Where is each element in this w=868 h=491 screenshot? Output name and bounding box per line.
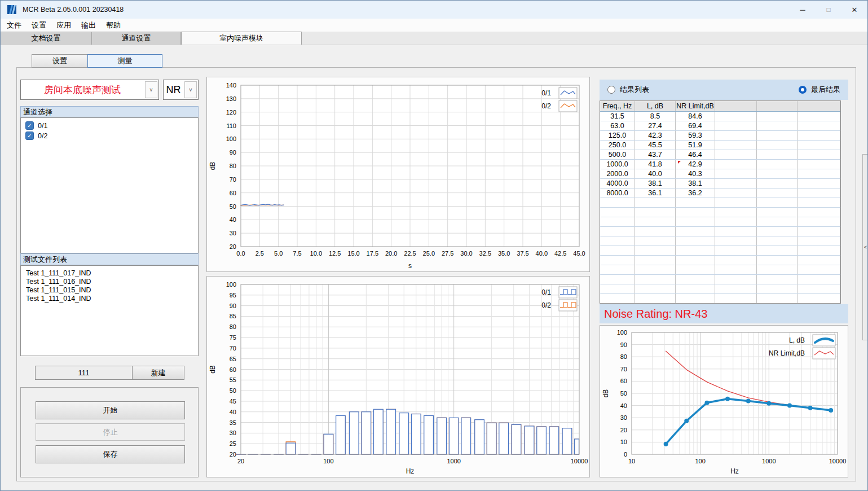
menu-item[interactable]: 文件 bbox=[2, 20, 27, 30]
table-cell: 63.0 bbox=[600, 121, 635, 130]
table-header-cell bbox=[797, 101, 840, 111]
menu-item[interactable]: 应用 bbox=[51, 20, 76, 30]
start-button[interactable]: 开始 bbox=[36, 401, 185, 419]
radio-on-icon[interactable] bbox=[799, 86, 807, 94]
table-row[interactable] bbox=[600, 284, 840, 294]
table-cell: 8.5 bbox=[635, 112, 676, 121]
table-cell bbox=[757, 150, 797, 159]
menu-bar: 文件设置应用输出帮助 bbox=[1, 19, 867, 32]
table-row[interactable]: 125.042.359.3 bbox=[600, 131, 840, 141]
table-cell bbox=[600, 256, 635, 265]
table-cell bbox=[676, 227, 715, 236]
menu-item[interactable]: 帮助 bbox=[101, 20, 126, 30]
table-row[interactable]: 63.027.469.4 bbox=[600, 121, 840, 131]
radio-off-icon[interactable] bbox=[607, 86, 615, 94]
table-cell bbox=[715, 256, 757, 265]
table-cell bbox=[635, 256, 676, 265]
last-result-radio[interactable]: 最后结果 bbox=[799, 85, 840, 95]
chevron-down-icon[interactable]: ˅ bbox=[184, 81, 197, 98]
test-type-select[interactable]: 房间本底噪声测试 ˅ bbox=[20, 80, 159, 100]
file-item[interactable]: Test 1_111_014_IND bbox=[21, 295, 198, 303]
svg-text:2.5: 2.5 bbox=[255, 250, 264, 257]
chevron-down-icon[interactable]: ˅ bbox=[145, 81, 157, 98]
svg-text:10.0: 10.0 bbox=[310, 250, 322, 257]
svg-text:0.0: 0.0 bbox=[236, 250, 245, 257]
table-cell bbox=[635, 208, 676, 217]
svg-text:30: 30 bbox=[230, 230, 236, 236]
svg-text:25.0: 25.0 bbox=[423, 250, 435, 257]
table-row[interactable] bbox=[600, 217, 840, 227]
table-row[interactable] bbox=[600, 265, 840, 275]
table-cell bbox=[715, 121, 757, 130]
svg-text:15.0: 15.0 bbox=[347, 250, 359, 257]
table-row[interactable]: 250.045.551.9 bbox=[600, 141, 840, 150]
main-tab[interactable]: 文档设置 bbox=[1, 32, 92, 45]
svg-text:140: 140 bbox=[226, 82, 236, 89]
rating-type-select[interactable]: NR ˅ bbox=[163, 80, 199, 100]
table-row[interactable] bbox=[600, 208, 840, 217]
svg-text:20: 20 bbox=[230, 451, 236, 458]
table-row[interactable] bbox=[600, 198, 840, 208]
channel-item[interactable]: ✓0/1 bbox=[21, 121, 198, 131]
file-name-input[interactable] bbox=[35, 366, 133, 380]
svg-text:20: 20 bbox=[230, 243, 236, 250]
table-cell: 41.8 bbox=[635, 160, 676, 169]
svg-text:37.5: 37.5 bbox=[517, 250, 528, 257]
table-cell bbox=[715, 169, 757, 178]
table-cell bbox=[757, 179, 797, 188]
checkbox-checked-icon[interactable]: ✓ bbox=[25, 131, 34, 140]
table-header-cell bbox=[715, 101, 757, 111]
main-tab[interactable]: 室内噪声模块 bbox=[181, 32, 302, 45]
checkbox-checked-icon[interactable]: ✓ bbox=[25, 121, 34, 130]
close-button[interactable]: ✕ bbox=[841, 1, 867, 19]
svg-text:90: 90 bbox=[230, 303, 236, 309]
table-row[interactable]: 4000.038.138.1 bbox=[600, 179, 840, 188]
subtab-measure[interactable]: 测量 bbox=[87, 54, 162, 68]
test-type-value: 房间本底噪声测试 bbox=[21, 80, 144, 99]
table-cell bbox=[600, 275, 635, 284]
minimize-button[interactable]: ─ bbox=[790, 1, 816, 19]
table-row[interactable] bbox=[600, 294, 840, 304]
file-item[interactable]: Test 1_111_017_IND bbox=[21, 269, 198, 278]
panel-collapse-handle[interactable]: < bbox=[862, 154, 868, 340]
menu-item[interactable]: 输出 bbox=[76, 20, 101, 30]
table-row[interactable]: 500.043.746.4 bbox=[600, 150, 840, 160]
main-tab[interactable]: 通道设置 bbox=[92, 32, 181, 45]
svg-text:55: 55 bbox=[230, 376, 236, 383]
table-cell bbox=[600, 198, 635, 207]
svg-text:1000: 1000 bbox=[762, 458, 776, 464]
maximize-button[interactable]: □ bbox=[816, 1, 841, 19]
svg-text:25: 25 bbox=[230, 440, 236, 447]
new-file-button[interactable]: 新建 bbox=[132, 366, 184, 380]
table-row[interactable] bbox=[600, 236, 840, 246]
table-row[interactable]: 1000.041.842.9 bbox=[600, 160, 840, 169]
table-row[interactable]: 8000.036.136.2 bbox=[600, 188, 840, 198]
table-cell: 40.3 bbox=[676, 169, 715, 178]
table-row[interactable] bbox=[600, 227, 840, 236]
svg-text:0: 0 bbox=[624, 451, 627, 458]
table-row[interactable]: 2000.040.040.3 bbox=[600, 169, 840, 179]
subtab-settings[interactable]: 设置 bbox=[32, 54, 88, 68]
channel-item[interactable]: ✓0/2 bbox=[21, 131, 198, 141]
table-cell bbox=[797, 265, 840, 274]
table-row[interactable] bbox=[600, 256, 840, 265]
main-tab-strip: 文档设置通道设置室内噪声模块 bbox=[1, 32, 867, 45]
svg-text:60: 60 bbox=[620, 378, 627, 384]
table-cell bbox=[757, 198, 797, 207]
table-row[interactable] bbox=[600, 246, 840, 256]
file-item[interactable]: Test 1_111_015_IND bbox=[21, 286, 198, 295]
table-row[interactable]: 31.58.584.6 bbox=[600, 112, 840, 121]
menu-item[interactable]: 设置 bbox=[27, 20, 51, 30]
svg-text:90: 90 bbox=[230, 149, 236, 156]
save-button[interactable]: 保存 bbox=[36, 445, 185, 463]
svg-text:5.0: 5.0 bbox=[274, 250, 283, 257]
file-item[interactable]: Test 1_111_016_IND bbox=[21, 278, 198, 286]
table-cell bbox=[715, 188, 757, 198]
table-cell bbox=[676, 256, 715, 265]
table-row[interactable] bbox=[600, 275, 840, 284]
svg-text:45.0: 45.0 bbox=[573, 250, 585, 257]
table-cell bbox=[797, 256, 840, 265]
table-cell bbox=[757, 256, 797, 265]
svg-text:45: 45 bbox=[230, 398, 236, 405]
result-list-radio[interactable]: 结果列表 bbox=[607, 85, 649, 95]
